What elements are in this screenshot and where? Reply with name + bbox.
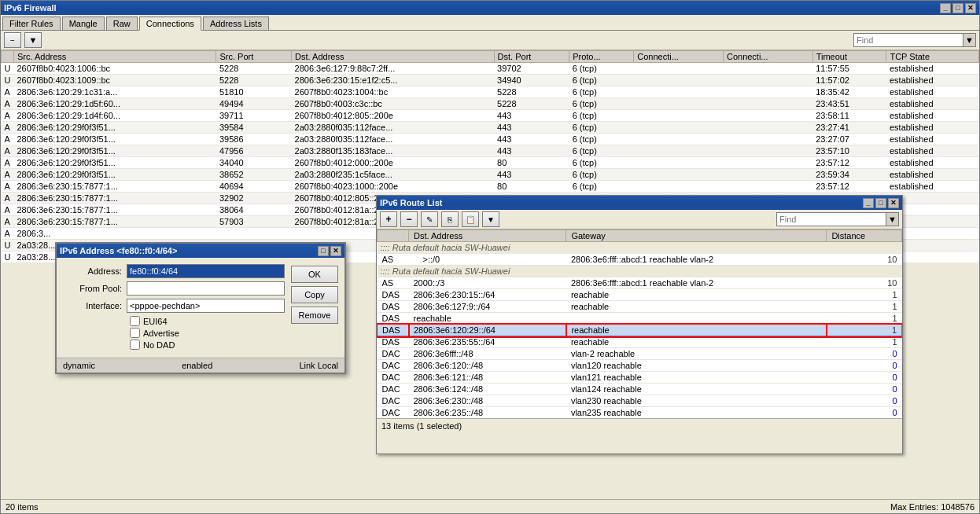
col-distance[interactable]: Distance	[827, 230, 902, 242]
table-row[interactable]: A 2806:3e6:120:29:1d5f:60... 49494 2607f…	[2, 98, 979, 110]
row-src: 2806:3e6:120:29f0f3f51...	[13, 122, 216, 134]
no-dad-checkbox[interactable]	[130, 340, 140, 350]
route-minimize-button[interactable]: _	[863, 198, 874, 208]
row-proto: 6 (tcp)	[569, 86, 634, 98]
ok-button[interactable]: OK	[291, 266, 338, 283]
eui64-checkbox[interactable]	[130, 316, 140, 326]
find-dropdown-button[interactable]: ▼	[963, 33, 976, 47]
row-timeout: 18:35:42	[812, 86, 886, 98]
route-table-row[interactable]: DAC 2806:3e6fff::/48 vlan-2 reachable 0	[378, 348, 902, 360]
route-table-row[interactable]: DAS reachable 1	[378, 313, 902, 325]
route-paste-button[interactable]: 📋	[462, 211, 479, 227]
row-flag: A	[2, 169, 14, 181]
route-table-row[interactable]: AS >::/0 2806:3e6:fff::abcd:1 reachable …	[378, 254, 902, 266]
col-flag[interactable]	[2, 51, 14, 63]
row-dport: 34940	[494, 75, 569, 86]
route-table-row[interactable]: DAC 2806:3e6:235::/48 vlan235 reachable …	[378, 407, 902, 419]
row-proto: 6 (tcp)	[569, 169, 634, 181]
route-table-row[interactable]: DAS 2806:3e6:230:15::/64 reachable 1	[378, 289, 902, 301]
row-src: 2607f8b0:4023:1006::bc	[13, 63, 216, 75]
col-conn2[interactable]: Connecti...	[723, 51, 812, 63]
col-conn1[interactable]: Connecti...	[634, 51, 724, 63]
tab-filter-rules[interactable]: Filter Rules	[2, 17, 61, 30]
col-route-flag[interactable]	[378, 230, 409, 242]
tab-raw[interactable]: Raw	[106, 17, 138, 30]
col-src-address[interactable]: Src. Address	[13, 51, 216, 63]
table-row[interactable]: A 2806:3e6:230:15:7877:1... 40694 2607f8…	[2, 181, 979, 193]
route-flag: DAC	[378, 348, 409, 360]
ipv6-dialog-footer: dynamic enabled Link Local	[57, 358, 344, 373]
route-table-row[interactable]: DAS 2806:3e6:235:55::/64 reachable 1	[378, 336, 902, 348]
tab-bar: Filter Rules Mangle Raw Connections Addr…	[1, 15, 979, 31]
minus-button[interactable]: −	[4, 32, 21, 48]
copy-button[interactable]: Copy	[291, 286, 338, 303]
filter-button[interactable]: ▼	[24, 32, 42, 48]
col-src-port[interactable]: Src. Port	[216, 51, 292, 63]
route-section-header: :::: Ruta default hacia SW-Huawei	[378, 266, 902, 277]
table-row[interactable]: A 2806:3e6:120:29f0f3f51... 47956 2a03:2…	[2, 145, 979, 157]
col-tcp-state[interactable]: TCP State	[886, 51, 979, 63]
table-row[interactable]: A 2806:3e6:120:29:1d4f:60... 39711 2607f…	[2, 110, 979, 122]
col-dst-address[interactable]: Dst. Address	[409, 230, 566, 242]
interface-input[interactable]	[127, 299, 285, 313]
tab-address-lists[interactable]: Address Lists	[203, 17, 269, 30]
row-sport: 39711	[216, 110, 292, 122]
footer-link-local: Link Local	[299, 361, 338, 370]
route-table-row[interactable]: DAC 2806:3e6:124::/48 vlan124 reachable …	[378, 384, 902, 395]
route-distance: 1	[827, 313, 902, 325]
ipv6-dialog-maximize[interactable]: □	[318, 246, 329, 256]
col-dst-address[interactable]: Dst. Address	[292, 51, 495, 63]
row-proto: 6 (tcp)	[569, 157, 634, 169]
table-row[interactable]: U 2607f8b0:4023:1006::bc 5228 2806:3e6:1…	[2, 63, 979, 75]
row-timeout: 23:27:07	[812, 134, 886, 145]
from-pool-input[interactable]	[127, 281, 285, 296]
route-table-row[interactable]: DAS 2806:3e6:120:29::/64 reachable 1	[378, 325, 902, 336]
route-close-button[interactable]: ✕	[888, 198, 899, 208]
row-c2	[723, 145, 812, 157]
route-filter-button[interactable]: ▼	[482, 211, 499, 227]
row-flag: A	[2, 98, 14, 110]
route-table-row[interactable]: AS 2000::/3 2806:3e6:fff::abcd:1 reachab…	[378, 277, 902, 289]
col-dst-port[interactable]: Dst. Port	[494, 51, 569, 63]
row-proto: 6 (tcp)	[569, 63, 634, 75]
advertise-checkbox[interactable]	[130, 328, 140, 338]
address-input[interactable]	[127, 264, 285, 278]
row-dst: 2806:3e6:127:9:88c7:2ff...	[292, 63, 495, 75]
ipv6-dialog-close[interactable]: ✕	[330, 246, 341, 256]
col-timeout[interactable]: Timeout	[812, 51, 886, 63]
tab-mangle[interactable]: Mangle	[62, 17, 105, 30]
route-table-row[interactable]: DAC 2806:3e6:121::/48 vlan121 reachable …	[378, 372, 902, 384]
row-flag: A	[2, 181, 14, 193]
route-find-input[interactable]	[776, 212, 886, 226]
maximize-button[interactable]: □	[952, 3, 963, 13]
remove-button[interactable]: Remove	[291, 307, 338, 324]
table-row[interactable]: A 2806:3e6:120:29f0f3f51... 38652 2a03:2…	[2, 169, 979, 181]
row-state: established	[886, 134, 979, 145]
route-table-row[interactable]: DAC 2806:3e6:120::/48 vlan120 reachable …	[378, 360, 902, 372]
table-row[interactable]: A 2806:3e6:120:29:1c31:a... 51810 2607f8…	[2, 86, 979, 98]
route-remove-button[interactable]: −	[400, 211, 418, 227]
table-row[interactable]: U 2607f8b0:4023:1009::bc 5228 2806:3e6:2…	[2, 75, 979, 86]
col-gateway[interactable]: Gateway	[566, 230, 827, 242]
route-edit-button[interactable]: ✎	[421, 211, 438, 227]
row-c1	[634, 86, 724, 98]
row-sport: 39586	[216, 134, 292, 145]
route-maximize-button[interactable]: □	[875, 198, 886, 208]
col-proto[interactable]: Proto...	[569, 51, 634, 63]
route-table-row[interactable]: DAS 2806:3e6:127:9::/64 reachable 1	[378, 301, 902, 313]
minimize-button[interactable]: _	[940, 3, 951, 13]
route-copy-button[interactable]: ⎘	[441, 211, 459, 227]
route-find-dropdown[interactable]: ▼	[886, 212, 899, 226]
table-row[interactable]: A 2806:3e6:120:29f0f3f51... 39584 2a03:2…	[2, 122, 979, 134]
route-table-scroll[interactable]: Dst. Address Gateway Distance :::: Ruta …	[377, 229, 902, 418]
route-add-button[interactable]: +	[380, 211, 397, 227]
close-button[interactable]: ✕	[965, 3, 976, 13]
table-row[interactable]: A 2806:3e6:120:29f0f3f51... 34040 2607f8…	[2, 157, 979, 169]
route-table-row[interactable]: DAC 2806:3e6:230::/48 vlan230 reachable …	[378, 395, 902, 407]
route-window-controls: _ □ ✕	[863, 198, 899, 208]
tab-connections[interactable]: Connections	[139, 17, 201, 31]
table-row[interactable]: A 2806:3e6:120:29f0f3f51... 39586 2a03:2…	[2, 134, 979, 145]
row-state: established	[886, 63, 979, 75]
find-input[interactable]	[853, 33, 963, 47]
row-c1	[634, 75, 724, 86]
